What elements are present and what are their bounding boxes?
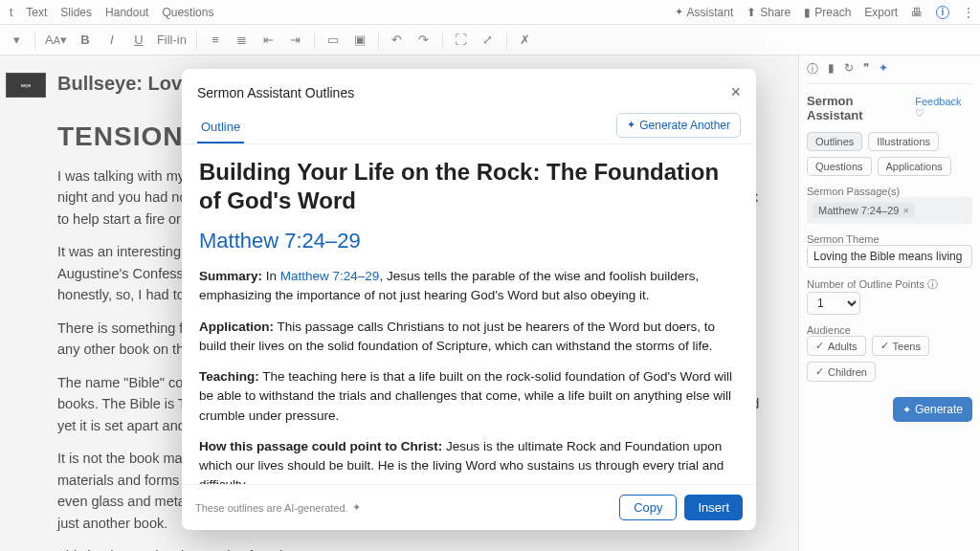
outline-christ: How this passage could point to Christ: … [199, 437, 739, 484]
tab-outline[interactable]: Outline [197, 112, 244, 143]
sparkle-icon: ✦ [627, 119, 635, 131]
copy-button[interactable]: Copy [619, 495, 677, 520]
outline-passage[interactable]: Matthew 7:24–29 [199, 229, 739, 253]
modal-body[interactable]: Building Your Life on the Rock: The Foun… [182, 144, 756, 484]
passage-link[interactable]: Matthew 7:24–29 [280, 269, 380, 283]
modal-title: Sermon Assistant Outlines [197, 85, 354, 100]
close-icon[interactable]: × [730, 82, 741, 102]
outline-summary: Summary: In Matthew 7:24–29, Jesus tells… [199, 267, 739, 306]
sparkle-icon: ✦ [352, 501, 361, 514]
outline-teaching: Teaching: The teaching here is that a li… [199, 367, 739, 426]
outline-application: Application: This passage calls Christia… [199, 318, 739, 357]
ai-note: These outlines are AI-generated. ✦ [195, 501, 361, 514]
generate-another-button[interactable]: ✦Generate Another [616, 113, 741, 138]
outline-title: Building Your Life on the Rock: The Foun… [199, 158, 739, 215]
outline-modal: Sermon Assistant Outlines × Outline ✦Gen… [182, 69, 756, 530]
insert-button[interactable]: Insert [684, 495, 743, 520]
